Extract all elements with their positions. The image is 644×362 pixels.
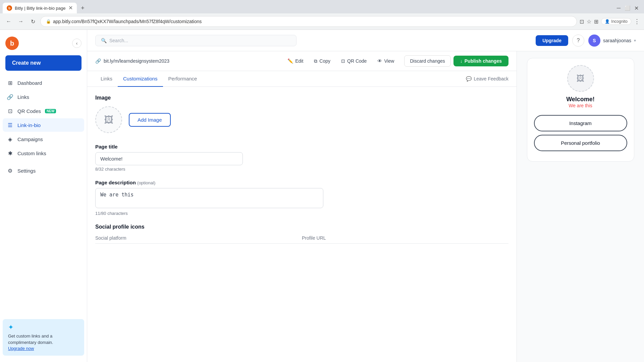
tabs-bar: Links Customizations Performance 💬 Leave… <box>87 71 517 87</box>
upgrade-sparkle-icon: ✦ <box>8 323 79 331</box>
page-description-section: Page description (optional) We are this … <box>95 180 508 216</box>
phone-avatar: 🖼 <box>567 65 594 92</box>
qr-codes-icon: ⊡ <box>7 108 13 114</box>
sidebar-upgrade-banner: ✦ Get custom links and a complimentary d… <box>3 319 84 356</box>
qr-icon: ⊡ <box>341 58 345 64</box>
tab-close-button[interactable]: ✕ <box>68 5 73 11</box>
image-upload-area: 🖼 Add Image <box>95 106 508 133</box>
url-bar: 🔗 bit.ly/m/learndesignsystem2023 ✏️ Edit… <box>87 51 517 71</box>
social-profile-section: Social profile icons Social platform Pro… <box>95 224 508 244</box>
search-bar[interactable]: 🔍 Search... <box>95 35 297 46</box>
phone-description-text: We are this <box>569 103 592 108</box>
sidebar-item-label: Campaigns <box>17 136 43 142</box>
links-icon: 🔗 <box>7 94 13 100</box>
tab-performance[interactable]: Performance <box>163 71 203 87</box>
forward-button[interactable]: → <box>16 17 25 26</box>
sidebar-item-label: Custom links <box>17 150 46 156</box>
view-button[interactable]: 👁 View <box>373 56 399 66</box>
top-bar: 🔍 Search... Upgrade ? S saraahjoonas ▾ <box>87 30 644 51</box>
browser-tab[interactable]: b Bitly | Bitly link-in-bio page ✕ <box>3 3 77 13</box>
phone-instagram-button: Instagram <box>534 115 627 131</box>
phone-avatar-icon: 🖼 <box>577 74 585 83</box>
leave-feedback-button[interactable]: 💬 Leave Feedback <box>466 76 508 81</box>
image-placeholder: 🖼 <box>95 106 122 133</box>
sidebar-item-custom-links[interactable]: ✱ Custom links <box>3 146 84 160</box>
new-tab-button[interactable]: + <box>78 3 88 13</box>
link-chain-icon: 🔗 <box>95 58 101 64</box>
add-image-button[interactable]: Add Image <box>129 113 171 127</box>
sidebar-nav: ⊞ Dashboard 🔗 Links ⊡ QR Codes NEW ☰ Lin… <box>0 76 87 316</box>
create-new-button[interactable]: Create new <box>5 55 82 71</box>
view-icon: 👁 <box>377 58 382 64</box>
image-section-title: Image <box>95 95 508 101</box>
cast-icon[interactable]: ⊡ <box>580 18 584 25</box>
phone-mockup: 🖼 Welcome! We are this Instagram Persona… <box>527 58 634 162</box>
qr-code-button[interactable]: ⊡ QR Code <box>336 56 371 66</box>
sidebar-item-settings[interactable]: ⚙ Settings <box>3 164 84 177</box>
sidebar-item-qr-codes[interactable]: ⊡ QR Codes NEW <box>3 104 84 118</box>
page-content: 🔗 bit.ly/m/learndesignsystem2023 ✏️ Edit… <box>87 51 644 362</box>
sidebar-item-label: Link-in-bio <box>17 122 41 128</box>
restore-button[interactable]: ⬜ <box>625 5 630 11</box>
main-content: 🔍 Search... Upgrade ? S saraahjoonas ▾ <box>87 30 644 362</box>
image-section: Image 🖼 Add Image <box>95 95 508 133</box>
page-title-input[interactable] <box>95 152 243 165</box>
incognito-badge: 👤 Incognito <box>601 18 631 25</box>
help-button[interactable]: ? <box>572 35 584 47</box>
bitly-logo: b <box>5 37 19 50</box>
tab-favicon: b <box>7 5 12 11</box>
save-actions: Discard changes ↓ Publish changes <box>404 55 508 67</box>
sidebar-item-label: Settings <box>17 168 36 174</box>
bookmark-icon[interactable]: ☆ <box>587 18 591 25</box>
lock-icon: 🔒 <box>46 19 51 24</box>
tab-customizations[interactable]: Customizations <box>118 71 163 87</box>
refresh-button[interactable]: ↻ <box>28 17 38 26</box>
menu-icon[interactable]: ⋮ <box>634 18 640 25</box>
link-in-bio-icon: ☰ <box>7 122 13 128</box>
tab-bar: b Bitly | Bitly link-in-bio page ✕ + ─ ⬜… <box>0 0 644 13</box>
minimize-button[interactable]: ─ <box>617 5 621 11</box>
edit-icon: ✏️ <box>287 58 293 64</box>
username: saraahjoonas <box>603 38 631 43</box>
url-display: 🔗 bit.ly/m/learndesignsystem2023 <box>95 58 169 64</box>
upgrade-text: Get custom links and a complimentary dom… <box>8 333 79 352</box>
search-placeholder: Search... <box>109 38 128 43</box>
page-description-input[interactable]: We are this <box>95 188 323 208</box>
upgrade-now-link[interactable]: Upgrade now <box>8 346 34 351</box>
sidebar-item-label: Links <box>17 94 29 100</box>
page-description-label: Page description (optional) <box>95 180 508 185</box>
sidebar-item-dashboard[interactable]: ⊞ Dashboard <box>3 76 84 89</box>
page-title-char-count: 8/32 characters <box>95 167 508 172</box>
close-window-button[interactable]: ✕ <box>634 5 639 11</box>
app-layout: b ‹ Create new ⊞ Dashboard 🔗 Links ⊡ QR … <box>0 30 644 362</box>
address-bar[interactable]: 🔒 app.bitly.com/Bn57fQxKX7W/launchpads/M… <box>40 16 577 27</box>
edit-button[interactable]: ✏️ Edit <box>283 56 308 66</box>
user-avatar: S <box>588 35 600 47</box>
settings-icon: ⚙ <box>7 167 13 174</box>
user-menu[interactable]: S saraahjoonas ▾ <box>588 35 636 47</box>
page-title-section: Page title 8/32 characters <box>95 144 508 172</box>
extensions-icon[interactable]: ⊞ <box>594 18 598 25</box>
publish-changes-button[interactable]: ↓ Publish changes <box>453 56 508 66</box>
tab-links[interactable]: Links <box>95 71 118 87</box>
editor-area: 🔗 bit.ly/m/learndesignsystem2023 ✏️ Edit… <box>87 51 517 362</box>
tab-title: Bitly | Bitly link-in-bio page <box>15 6 66 11</box>
social-platform-header: Social platform <box>95 235 302 241</box>
feedback-icon: 💬 <box>466 76 472 81</box>
custom-links-icon: ✱ <box>7 150 13 157</box>
url-actions: ✏️ Edit ⧉ Copy ⊡ QR Code 👁 <box>283 56 399 66</box>
discard-changes-button[interactable]: Discard changes <box>404 55 450 67</box>
search-icon: 🔍 <box>101 38 107 43</box>
campaigns-icon: ◈ <box>7 136 13 142</box>
address-bar-row: ← → ↻ 🔒 app.bitly.com/Bn57fQxKX7W/launch… <box>0 13 644 29</box>
phone-profile: 🖼 Welcome! We are this <box>534 65 627 108</box>
back-button[interactable]: ← <box>4 17 13 26</box>
sidebar-item-campaigns[interactable]: ◈ Campaigns <box>3 132 84 146</box>
browser-actions: ⊡ ☆ ⊞ 👤 Incognito ⋮ <box>580 18 640 25</box>
sidebar-collapse-button[interactable]: ‹ <box>72 39 82 48</box>
dashboard-icon: ⊞ <box>7 79 13 86</box>
upgrade-button[interactable]: Upgrade <box>536 35 568 46</box>
sidebar-item-link-in-bio[interactable]: ☰ Link-in-bio <box>3 118 84 132</box>
sidebar-item-links[interactable]: 🔗 Links <box>3 90 84 104</box>
copy-button[interactable]: ⧉ Copy <box>309 56 335 66</box>
